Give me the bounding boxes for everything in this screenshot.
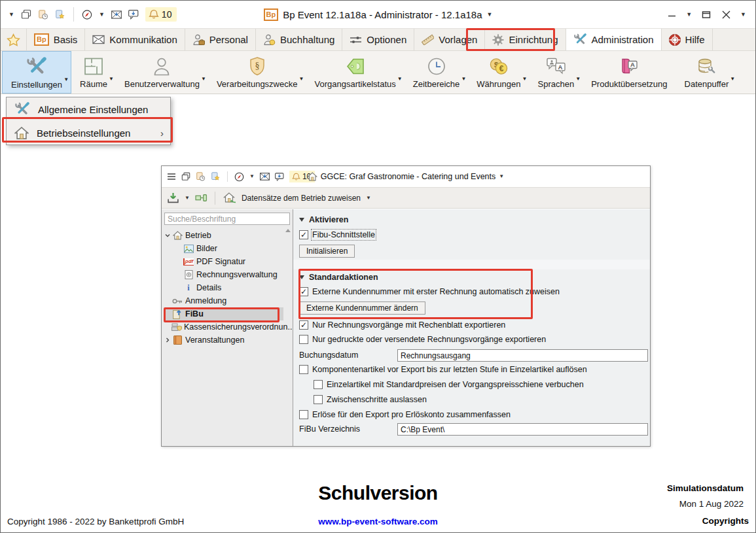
tab-basis[interactable]: Bp Basis <box>27 29 85 50</box>
tab-kommunikation[interactable]: Kommunikation <box>85 29 185 50</box>
checkbox-row-einzelartikel[interactable]: Einzelartikel mit Standardpreisen der Vo… <box>314 380 584 389</box>
ribbon-item-datenpuffer[interactable]: ▼ Datenpuffer <box>676 51 738 94</box>
window-title-group[interactable]: Bp Bp Event 12.1a18a - Administrator - 1… <box>264 1 493 28</box>
navigation-compass-icon[interactable] <box>234 172 244 182</box>
tree-item-rechnungsverwaltung[interactable]: Rechnungsverwaltung <box>162 268 293 281</box>
einzelartikel-checkbox[interactable] <box>314 380 323 389</box>
tree-item-veranstaltungen[interactable]: Veranstaltungen <box>162 334 293 347</box>
message-inbox-icon[interactable] <box>128 9 139 20</box>
dropdown-arrow-icon[interactable]: ▼ <box>730 76 735 82</box>
checkbox-row-nur-rechnungsvorgaenge[interactable]: Nur Rechnungsvorgänge mit Rechenblatt ex… <box>299 320 505 330</box>
ribbon-item-verarbeitungszwecke[interactable]: § ▼ Verarbeitungszwecke <box>208 51 306 94</box>
checkbox-row-nur-gedruckte[interactable]: Nur gedruckte oder versendete Rechnungsv… <box>299 335 546 344</box>
navigation-compass-icon[interactable] <box>82 9 92 20</box>
tab-hilfe[interactable]: Hilfe <box>662 29 713 50</box>
minimize-button[interactable] <box>666 9 677 20</box>
minimize-chevron-icon[interactable]: ▼ <box>686 12 692 18</box>
menu-item-allgemeine-einstellungen[interactable]: Allgemeine Einstellungen <box>7 97 170 121</box>
zwischenschritte-checkbox[interactable] <box>314 395 323 404</box>
ribbon-item-einstellungen[interactable]: ▼ Einstellungen <box>2 51 71 94</box>
tree-item-kassensicherungsverordnung[interactable]: Kassensicherungsverordnun... <box>162 320 293 334</box>
navigation-chevron-icon[interactable]: ▼ <box>249 174 255 179</box>
notifications-badge[interactable]: 10 <box>145 7 177 22</box>
windows-copy-icon[interactable] <box>21 9 31 20</box>
checkbox-row-erloese[interactable]: Erlöse für den Export pro Erlöskonto zus… <box>299 410 511 419</box>
recent-documents-icon[interactable] <box>38 9 48 20</box>
tab-buchhaltung[interactable]: Buchhaltung <box>256 29 342 50</box>
erloese-checkbox[interactable] <box>299 410 308 419</box>
hamburger-menu-icon[interactable] <box>167 173 176 181</box>
checkbox-row-fibu-schnittstelle[interactable]: Fibu-Schnittstelle <box>299 230 375 239</box>
save-chevron-icon[interactable]: ▼ <box>185 196 190 201</box>
dropdown-arrow-icon[interactable]: ▼ <box>461 76 466 82</box>
save-icon[interactable] <box>167 192 179 203</box>
section-collapse-icon[interactable] <box>299 275 304 279</box>
nur-rechnungsvorgaenge-checkbox[interactable] <box>299 320 308 330</box>
fibu-verzeichnis-field[interactable] <box>397 423 648 436</box>
close-button[interactable] <box>721 9 731 20</box>
nur-gedruckte-checkbox[interactable] <box>299 335 308 344</box>
expand-chevron-icon[interactable] <box>164 337 171 343</box>
mail-inbox-icon[interactable] <box>111 9 122 20</box>
ribbon-item-sprachen[interactable]: A ▼ Sprachen <box>530 51 583 94</box>
checkbox-row-zwischenschritte[interactable]: Zwischenschritte auslassen <box>314 395 427 404</box>
inner-window-title-group[interactable]: GGCE: Graf Gastronomie - Catering und Ev… <box>308 172 504 181</box>
tab-administration[interactable]: Administration <box>566 29 662 50</box>
tab-vorlagen[interactable]: Vorlagen <box>414 29 485 50</box>
dropdown-arrow-icon[interactable]: ▼ <box>575 76 581 82</box>
fibu-schnittstelle-checkbox[interactable] <box>299 230 308 239</box>
section-collapse-icon[interactable] <box>299 218 304 222</box>
navigation-chevron-icon[interactable]: ▼ <box>99 12 105 18</box>
tree-item-pdf-signatur[interactable]: pdf PDF Signatur <box>162 255 293 268</box>
dropdown-arrow-icon[interactable]: ▼ <box>522 76 528 82</box>
title-chevron-icon[interactable]: ▼ <box>487 12 493 18</box>
message-inbox-icon[interactable] <box>275 173 284 181</box>
tab-personal[interactable]: Personal <box>185 29 256 50</box>
ribbon-item-waehrungen[interactable]: $€ ▼ Währungen <box>468 51 529 94</box>
checkbox-row-komponentenartikel[interactable]: Komponentenartikel vor Export bis zur le… <box>299 365 587 374</box>
tab-einrichtung[interactable]: Einrichtung <box>485 29 566 50</box>
title-chevron-icon[interactable]: ▼ <box>499 174 504 179</box>
window-menu-chevron-icon[interactable]: ▼ <box>9 12 14 18</box>
tree-item-anmeldung[interactable]: Anmeldung <box>162 294 293 307</box>
ribbon-item-zeitbereiche[interactable]: ▼ Zeitbereiche <box>405 51 469 94</box>
collapse-chevron-icon[interactable] <box>164 232 171 239</box>
dropdown-arrow-icon[interactable]: ▼ <box>201 76 206 82</box>
connect-icon[interactable] <box>195 194 207 202</box>
mail-inbox-icon[interactable] <box>260 173 270 181</box>
buchungsdatum-field[interactable] <box>397 349 648 362</box>
tree-item-betrieb[interactable]: Betrieb <box>162 229 293 242</box>
favorite-document-icon[interactable] <box>211 172 221 181</box>
ribbon-item-raeume[interactable]: ▼ Räume <box>71 51 116 94</box>
assign-chevron-icon[interactable]: ▼ <box>366 196 371 201</box>
maximize-button[interactable] <box>701 9 711 20</box>
search-input[interactable] <box>164 213 290 225</box>
section-aktivieren[interactable]: Aktivieren <box>299 215 348 224</box>
ribbon-item-benutzerverwaltung[interactable]: ▼ Benutzerverwaltung <box>116 51 208 94</box>
dropdown-arrow-icon[interactable]: ▼ <box>109 76 114 82</box>
menu-item-betriebseinstellungen[interactable]: Betriebseinstellungen › <box>7 121 170 145</box>
dropdown-arrow-icon[interactable]: ▼ <box>397 76 403 82</box>
favorites-tab[interactable] <box>1 29 27 50</box>
close-chevron-icon[interactable]: ▼ <box>740 12 746 18</box>
windows-copy-icon[interactable] <box>181 172 190 181</box>
externe-kundennummer-aendern-button[interactable]: Externe Kundennummer ändern <box>299 301 425 315</box>
checkbox-row-externe-kundennummer[interactable]: Externe Kundennummer mit erster Rechnung… <box>299 287 560 296</box>
komponentenartikel-checkbox[interactable] <box>299 365 308 374</box>
favorite-document-icon[interactable] <box>55 9 65 20</box>
ribbon-item-vorgangsartikelstatus[interactable]: ▼ Vorgangsartikelstatus <box>306 51 404 94</box>
tree-item-bilder[interactable]: Bilder <box>162 242 293 255</box>
tab-optionen[interactable]: Optionen <box>342 29 414 50</box>
section-standardaktionen[interactable]: Standardaktionen <box>299 273 378 282</box>
website-link[interactable]: www.bp-event-software.com <box>318 517 438 526</box>
tree-item-fibu[interactable]: FiBu <box>166 307 283 320</box>
house-assign-icon[interactable] <box>223 192 236 203</box>
assign-records-button[interactable]: Datensätze dem Betrieb zuweisen <box>242 194 361 203</box>
recent-documents-icon[interactable] <box>196 172 206 181</box>
ribbon-item-produktuebersetzung[interactable]: A Produktübersetzung <box>583 51 675 94</box>
externe-kundennummer-checkbox[interactable] <box>299 287 308 296</box>
dropdown-arrow-icon[interactable]: ▼ <box>299 76 304 82</box>
initialisieren-button[interactable]: Initialisieren <box>299 245 355 258</box>
tree-item-details[interactable]: i Details <box>162 281 293 294</box>
dropdown-arrow-icon[interactable]: ▼ <box>63 77 69 82</box>
